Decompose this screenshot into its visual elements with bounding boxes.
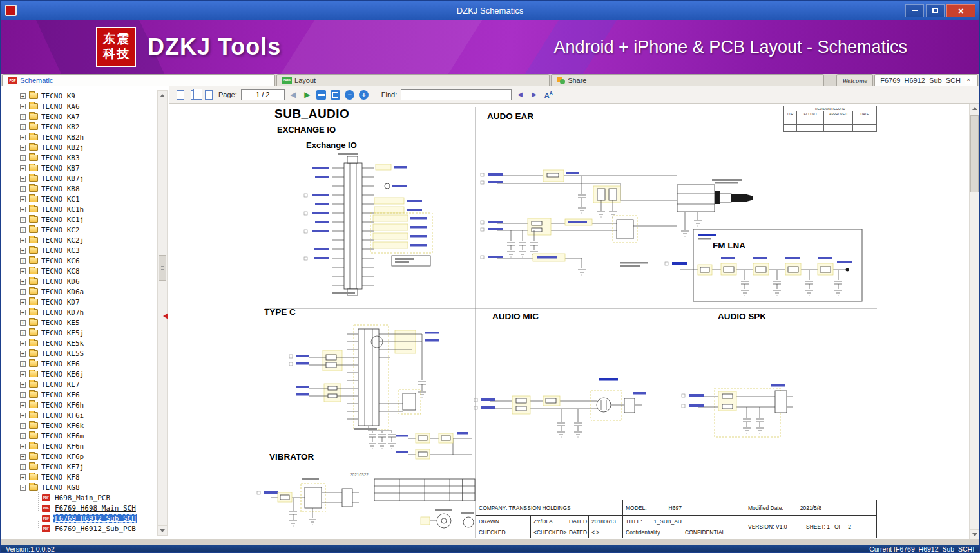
expand-icon[interactable]: + (20, 330, 26, 336)
expand-icon[interactable]: + (20, 196, 26, 202)
tree-folder[interactable]: +TECNO KA7 (1, 111, 169, 122)
view-facing-pages-button[interactable] (189, 89, 200, 100)
expand-icon[interactable]: + (20, 444, 26, 449)
tree-folder[interactable]: +TECNO KC3 (1, 245, 169, 256)
match-case-button[interactable]: AA (543, 89, 554, 100)
tree-folder[interactable]: +TECNO KC1h (1, 204, 169, 214)
tree-folder[interactable]: +TECNO KC1j (1, 214, 169, 225)
tree-folder[interactable]: +TECNO K9 (1, 91, 169, 101)
expand-icon[interactable]: + (20, 392, 26, 398)
expand-icon[interactable]: + (20, 227, 26, 233)
previous-page-button[interactable]: ◀ (287, 89, 299, 100)
expand-icon[interactable]: + (20, 371, 26, 377)
expand-icon[interactable]: + (20, 413, 26, 418)
tab-schematic[interactable]: PDF Schematic (2, 74, 275, 86)
expand-icon[interactable]: + (20, 238, 26, 243)
expand-icon[interactable]: + (20, 464, 26, 470)
expand-icon[interactable]: + (20, 207, 26, 212)
expand-icon[interactable]: + (20, 135, 26, 140)
tree-folder[interactable]: +TECNO KF6m (1, 431, 169, 441)
expand-icon[interactable]: + (20, 341, 26, 346)
expand-icon[interactable]: + (20, 114, 26, 120)
viewer-scrollbar-thumb[interactable] (970, 115, 979, 192)
tree-folder[interactable]: +TECNO KF6 (1, 389, 169, 400)
tree-folder[interactable]: +TECNO KA6 (1, 101, 169, 111)
tree-folder[interactable]: +TECNO KE5k (1, 338, 169, 348)
close-button[interactable]: × (946, 4, 975, 17)
expand-icon[interactable]: + (20, 93, 26, 99)
tree-file[interactable]: PDFF6769_H6912_Sub_SCH (1, 513, 169, 523)
tree-folder[interactable]: +TECNO KF6k (1, 420, 169, 431)
expand-icon[interactable]: + (20, 289, 26, 295)
expand-icon[interactable]: + (20, 145, 26, 151)
find-previous-button[interactable]: ◀ (514, 89, 526, 100)
viewer-scroll-up-button[interactable] (970, 104, 979, 113)
expand-icon[interactable]: + (20, 320, 26, 326)
expand-icon[interactable]: + (20, 299, 26, 305)
expand-icon[interactable]: + (20, 423, 26, 429)
scroll-down-button[interactable] (158, 525, 167, 535)
tree-folder[interactable]: +TECNO KB2j (1, 142, 169, 153)
tree-folder[interactable]: +TECNO KC8 (1, 266, 169, 276)
tab-close-icon[interactable]: × (965, 77, 972, 84)
collapse-icon[interactable]: - (20, 485, 26, 491)
expand-icon[interactable]: + (20, 382, 26, 388)
tree-folder[interactable]: +TECNO KF6p (1, 451, 169, 462)
scroll-up-button[interactable] (158, 91, 167, 100)
expand-icon[interactable]: + (20, 258, 26, 264)
tree-file[interactable]: PDFF6769_H698_Main_SCH (1, 503, 169, 513)
tab-layout[interactable]: PADS Layout (276, 74, 550, 86)
tree-file[interactable]: PDFF6769_H6912_Sub_PCB (1, 523, 169, 534)
expand-icon[interactable]: + (20, 165, 26, 171)
scrollbar-thumb[interactable] (159, 255, 166, 281)
expand-icon[interactable]: + (20, 155, 26, 161)
viewer-scroll-down-button[interactable] (970, 529, 979, 539)
next-page-button[interactable]: ▶ (302, 89, 313, 100)
tree-folder[interactable]: +TECNO KE6 (1, 359, 169, 369)
find-input[interactable] (401, 89, 512, 100)
tree-folder[interactable]: +TECNO KB2h (1, 132, 169, 142)
tree-folder[interactable]: +TECNO KD7h (1, 307, 169, 317)
tree-folder[interactable]: +TECNO KE5 (1, 317, 169, 328)
tree-folder[interactable]: +TECNO KF7j (1, 462, 169, 472)
tree-folder[interactable]: +TECNO KF6n (1, 441, 169, 451)
tree-folder[interactable]: +TECNO KF6i (1, 410, 169, 420)
expand-icon[interactable]: + (20, 268, 26, 274)
expand-icon[interactable]: + (20, 402, 26, 408)
viewer-scrollbar[interactable] (969, 104, 979, 539)
page-input[interactable] (241, 89, 285, 100)
tree-folder[interactable]: +TECNO KD6a (1, 286, 169, 297)
tree-folder[interactable]: +TECNO KB2 (1, 122, 169, 132)
tab-document[interactable]: F6769_H6912_Sub_SCH × (874, 74, 978, 86)
tree-folder[interactable]: +TECNO KD6 (1, 276, 169, 286)
tree-folder[interactable]: +TECNO KB8 (1, 183, 169, 194)
tree-folder[interactable]: +TECNO KE5j (1, 328, 169, 338)
view-single-page-button[interactable] (175, 89, 186, 100)
tree-folder[interactable]: +TECNO KC2 (1, 225, 169, 235)
expand-icon[interactable]: + (20, 217, 26, 223)
tree-folder[interactable]: +TECNO KB7j (1, 173, 169, 183)
tree-folder[interactable]: +TECNO KB7 (1, 163, 169, 173)
fit-width-button[interactable] (316, 89, 327, 100)
tree-folder[interactable]: +TECNO KE6j (1, 369, 169, 379)
expand-icon[interactable]: + (20, 454, 26, 460)
expand-icon[interactable]: + (20, 361, 26, 367)
tree-folder[interactable]: +TECNO KC1 (1, 194, 169, 204)
tree-folder[interactable]: +TECNO KD7 (1, 297, 169, 307)
tree-folder[interactable]: +TECNO KE5S (1, 348, 169, 359)
sidebar-collapse-arrow[interactable] (163, 313, 168, 319)
tree-folder[interactable]: +TECNO KF8 (1, 472, 169, 482)
tree-folder[interactable]: +TECNO KF6h (1, 400, 169, 410)
expand-icon[interactable]: + (20, 310, 26, 315)
zoom-out-button[interactable]: − (344, 89, 356, 100)
tab-welcome[interactable]: Welcome (836, 74, 873, 86)
expand-icon[interactable]: + (20, 104, 26, 109)
tree-folder[interactable]: +TECNO KC2j (1, 235, 169, 245)
maximize-button[interactable] (926, 4, 945, 17)
expand-icon[interactable]: + (20, 186, 26, 192)
tab-share[interactable]: Share (551, 74, 824, 86)
fit-page-button[interactable] (330, 89, 341, 100)
find-next-button[interactable]: ▶ (528, 89, 540, 100)
minimize-button[interactable] (905, 4, 924, 17)
view-multi-page-button[interactable] (203, 89, 215, 100)
